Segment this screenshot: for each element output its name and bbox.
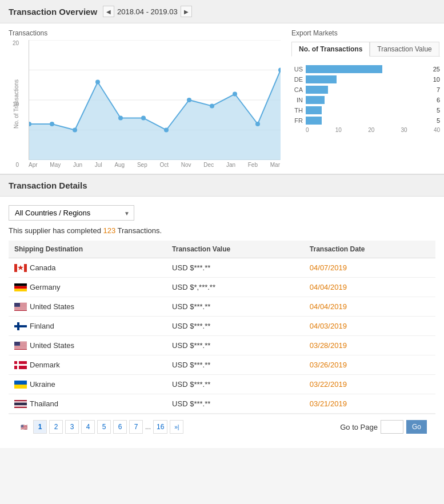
svg-rect-28 (14, 307, 27, 307)
svg-point-10 (141, 116, 146, 121)
svg-rect-47 (14, 385, 27, 389)
flag-ca (14, 264, 27, 272)
page-btn-7[interactable]: 7 (129, 420, 143, 434)
svg-point-11 (164, 128, 169, 133)
svg-rect-40 (14, 347, 27, 347)
value-cell: USD $*,***.** (166, 278, 304, 297)
table-row: United States USD $***.** 04/04/2019 (9, 297, 435, 317)
overview-title: Transaction Overview (9, 7, 97, 17)
table-row: Finland USD $***.** 04/03/2019 (9, 317, 435, 336)
date-cell: 04/03/2019 (304, 317, 435, 336)
table-row: Denmark USD $***.** 03/26/2019 (9, 355, 435, 375)
svg-rect-31 (14, 303, 20, 307)
tab-no-transactions[interactable]: No. of Transactions (291, 42, 370, 57)
destination-cell: Germany (9, 278, 166, 297)
export-markets-title: Export Markets (291, 29, 440, 37)
svg-rect-23 (14, 289, 27, 291)
details-title: Transaction Details (9, 181, 435, 190)
export-markets-section: Export Markets No. of Transactions Trans… (291, 29, 440, 168)
page-btn-4[interactable]: 4 (81, 420, 95, 434)
goto-input[interactable] (381, 420, 403, 434)
page-btn-6[interactable]: 6 (113, 420, 127, 434)
country-filter-wrapper: All Countries / Regions ▼ (9, 205, 134, 221)
bar-chart: US 25 DE 10 CA (291, 62, 440, 136)
date-cell: 04/04/2019 (304, 278, 435, 297)
value-cell: USD $***.** (166, 258, 304, 278)
transactions-table: Shipping Destination Transaction Value T… (9, 241, 435, 414)
goto-button[interactable]: Go (406, 420, 427, 434)
svg-marker-4 (29, 70, 281, 161)
table-row: United States USD $***.** 03/28/2019 (9, 336, 435, 355)
transaction-count: 123 (103, 226, 115, 235)
flag-th (14, 400, 27, 408)
bar-x-labels: 0 10 20 30 40 (291, 127, 440, 133)
svg-point-12 (187, 98, 191, 102)
bar-row-ca: CA 7 (291, 86, 440, 94)
details-body: All Countries / Regions ▼ This supplier … (0, 197, 444, 448)
date-range: 2018.04 - 2019.03 (117, 7, 178, 16)
page-btn-1[interactable]: 1 (33, 420, 47, 434)
svg-point-14 (233, 92, 237, 97)
table-row: Ukraine USD $***.** 03/22/2019 (9, 375, 435, 394)
last-page-btn[interactable]: »| (170, 420, 183, 434)
table-row: Thailand USD $***.** 03/21/2019 (9, 394, 435, 414)
svg-rect-34 (17, 322, 19, 330)
destination-cell: Thailand (9, 394, 166, 414)
col-value: Transaction Value (166, 241, 304, 258)
col-date: Transaction Date (304, 241, 435, 258)
chart-wrapper: No. of Transactions 20 10 0 (29, 40, 280, 168)
svg-rect-49 (14, 401, 27, 402)
svg-rect-51 (14, 405, 27, 406)
line-chart-svg (29, 40, 281, 160)
date-cell: 04/07/2019 (304, 258, 435, 278)
page-btn-5[interactable]: 5 (97, 420, 111, 434)
overview-header: Transaction Overview ◀ 2018.04 - 2019.03… (0, 0, 444, 23)
col-destination: Shipping Destination (9, 241, 166, 258)
svg-rect-22 (14, 286, 27, 289)
svg-rect-44 (14, 364, 27, 366)
us-flag-btn[interactable]: 🇺🇸 (17, 420, 31, 434)
prev-date-btn[interactable]: ◀ (103, 6, 114, 17)
page-btn-16[interactable]: 16 (153, 420, 167, 434)
svg-point-15 (255, 122, 260, 126)
svg-rect-46 (14, 381, 27, 385)
value-cell: USD $***.** (166, 394, 304, 414)
svg-point-9 (118, 116, 123, 121)
charts-row: Transactions No. of Transactions 20 10 0 (0, 23, 444, 174)
table-row: Germany USD $*,***.** 04/04/2019 (9, 278, 435, 297)
tab-transaction-value[interactable]: Transaction Value (370, 42, 439, 56)
goto-section: Go to Page Go (340, 420, 427, 434)
y-labels: 20 10 0 (13, 40, 19, 168)
svg-rect-39 (14, 346, 27, 346)
next-date-btn[interactable]: ▶ (181, 6, 192, 17)
page-btn-3[interactable]: 3 (65, 420, 79, 434)
svg-point-6 (50, 122, 54, 126)
flag-us (14, 303, 27, 311)
page-btn-2[interactable]: 2 (49, 420, 63, 434)
flag-us-2 (14, 342, 27, 350)
filter-row: All Countries / Regions ▼ (9, 205, 435, 221)
bar-row-de: DE 10 (291, 75, 440, 83)
export-markets-tabs: No. of Transactions Transaction Value (291, 42, 440, 57)
flag-fi (14, 322, 27, 330)
flag-de (14, 283, 27, 291)
svg-rect-33 (14, 325, 27, 327)
line-chart (29, 40, 280, 160)
date-cell: 03/22/2019 (304, 375, 435, 394)
svg-point-13 (210, 104, 214, 109)
svg-rect-19 (24, 264, 27, 272)
goto-label: Go to Page (340, 423, 378, 431)
page-wrapper: Transaction Overview ◀ 2018.04 - 2019.03… (0, 0, 444, 448)
date-cell: 03/21/2019 (304, 394, 435, 414)
bar-row-in: IN 6 (291, 96, 440, 104)
svg-rect-41 (14, 348, 27, 349)
destination-cell: Denmark (9, 355, 166, 375)
x-labels: Apr May Jun Jul Aug Sep Oct Nov Dec Jan … (29, 162, 280, 168)
value-cell: USD $***.** (166, 336, 304, 355)
value-cell: USD $***.** (166, 297, 304, 317)
destination-cell: United States (9, 336, 166, 355)
country-filter-select[interactable]: All Countries / Regions (9, 205, 134, 221)
value-cell: USD $***.** (166, 375, 304, 394)
destination-cell: Canada (9, 258, 166, 278)
bar-row-us: US 25 (291, 65, 440, 73)
